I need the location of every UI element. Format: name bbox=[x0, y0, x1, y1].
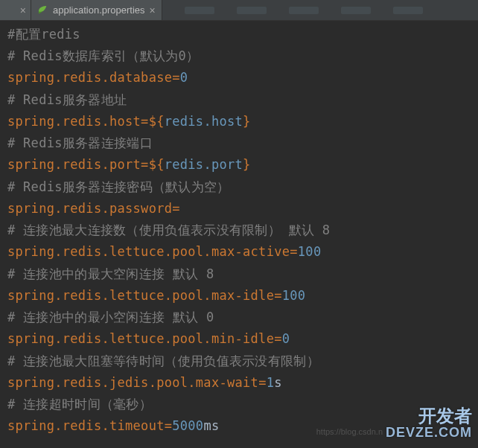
code-line: spring.redis.lettuce.pool.min-idle=0 bbox=[7, 328, 471, 350]
code-line: spring.redis.jedis.pool.max-wait=1s bbox=[7, 372, 471, 394]
code-line: spring.redis.host=${redis.host} bbox=[7, 111, 471, 132]
tab-previous[interactable]: × bbox=[0, 0, 31, 20]
tab-ghost bbox=[237, 7, 267, 14]
tab-active[interactable]: application.properties × bbox=[31, 0, 162, 20]
code-line: # 连接池最大阻塞等待时间（使用负值表示没有限制） bbox=[7, 351, 471, 372]
close-icon[interactable]: × bbox=[150, 4, 156, 16]
code-line: spring.redis.database=0 bbox=[7, 67, 471, 89]
code-line: spring.redis.port=${redis.port} bbox=[7, 154, 471, 176]
tab-bar: × application.properties × bbox=[0, 0, 478, 21]
tab-ghost bbox=[289, 7, 319, 14]
code-line: spring.redis.timeout=5000ms bbox=[7, 415, 471, 437]
tab-ghost bbox=[393, 7, 423, 14]
code-line: # Redis服务器地址 bbox=[7, 89, 471, 111]
tab-bar-rest bbox=[162, 0, 478, 20]
code-line: #配置redis bbox=[7, 24, 471, 45]
code-line: # Redis数据库索引（默认为0） bbox=[7, 45, 471, 67]
tab-filename: application.properties bbox=[53, 4, 145, 16]
code-line: spring.redis.lettuce.pool.max-active=100 bbox=[7, 241, 471, 263]
code-line: # 连接池中的最小空闲连接 默认 0 bbox=[7, 307, 471, 328]
code-line: # Redis服务器连接端口 bbox=[7, 132, 471, 154]
close-icon[interactable]: × bbox=[20, 4, 26, 16]
code-line: # 连接池中的最大空闲连接 默认 8 bbox=[7, 263, 471, 285]
code-line: spring.redis.password= bbox=[7, 198, 471, 220]
code-editor[interactable]: #配置redis# Redis数据库索引（默认为0）spring.redis.d… bbox=[0, 21, 478, 440]
code-line: # 连接池最大连接数（使用负值表示没有限制） 默认 8 bbox=[7, 220, 471, 241]
code-line: spring.redis.lettuce.pool.max-idle=100 bbox=[7, 285, 471, 307]
code-line: # Redis服务器连接密码（默认为空） bbox=[7, 176, 471, 198]
tab-ghost bbox=[341, 7, 371, 14]
spring-leaf-icon bbox=[37, 4, 48, 16]
tab-ghost bbox=[185, 7, 214, 14]
code-line: # 连接超时时间（毫秒） bbox=[7, 394, 471, 415]
